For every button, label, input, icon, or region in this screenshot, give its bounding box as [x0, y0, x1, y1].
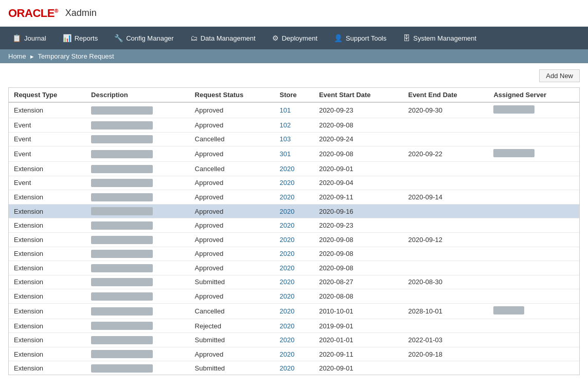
breadcrumb: Home ► Temporary Store Request	[0, 49, 588, 63]
server-redacted	[493, 149, 534, 157]
nav-item-journal[interactable]: 📋 Journal	[4, 27, 55, 49]
cell-event-start: 2020-09-24	[314, 132, 403, 146]
nav-item-config-manager[interactable]: 🔧 Config Manager	[106, 27, 182, 49]
cell-event-end: 2020-09-22	[403, 146, 488, 162]
col-store: Store	[275, 88, 314, 102]
cell-event-end	[403, 132, 488, 146]
table-container[interactable]: Request Type Description Request Status …	[8, 87, 580, 375]
cell-description	[86, 232, 189, 247]
add-new-button[interactable]: Add New	[539, 69, 580, 82]
cell-status: Approved	[190, 118, 275, 133]
description-redacted	[91, 336, 153, 344]
cell-event-start: 2020-09-08	[314, 247, 403, 261]
reports-icon: 📊	[63, 34, 72, 42]
cell-store[interactable]: 102	[275, 118, 314, 133]
cell-store[interactable]: 2020	[275, 218, 314, 233]
cell-store[interactable]: 103	[275, 132, 314, 146]
nav-bar: 📋 Journal 📊 Reports 🔧 Config Manager 🗂 D…	[0, 27, 588, 49]
main-content: Add New Request Type Description Request…	[0, 63, 588, 381]
breadcrumb-separator: ►	[29, 53, 35, 60]
table-row[interactable]: ExtensionSubmitted20202020-08-272020-08-…	[9, 275, 579, 289]
table-row[interactable]: EventApproved20202020-09-04	[9, 176, 579, 190]
table-row[interactable]: ExtensionRejected20202019-09-01	[9, 319, 579, 333]
cell-status: Submitted	[190, 333, 275, 347]
col-request-type: Request Type	[9, 88, 86, 102]
cell-event-start: 2020-09-04	[314, 176, 403, 190]
table-row[interactable]: EventCancelled1032020-09-24	[9, 132, 579, 146]
table-row[interactable]: ExtensionApproved20202020-09-112020-09-1…	[9, 347, 579, 361]
cell-request-type: Extension	[9, 261, 86, 275]
cell-status: Approved	[190, 204, 275, 218]
cell-status: Submitted	[190, 361, 275, 375]
cell-store[interactable]: 2020	[275, 275, 314, 289]
cell-assigned-server	[488, 162, 579, 176]
table-row[interactable]: EventApproved3012020-09-082020-09-22	[9, 146, 579, 162]
cell-event-end	[403, 247, 488, 261]
cell-event-start: 2010-10-01	[314, 303, 403, 319]
table-row[interactable]: ExtensionCancelled20202020-09-01	[9, 162, 579, 176]
description-redacted	[91, 236, 153, 244]
cell-store[interactable]: 2020	[275, 176, 314, 190]
table-row[interactable]: ExtensionApproved20202020-09-08	[9, 261, 579, 275]
cell-assigned-server	[488, 176, 579, 190]
cell-store[interactable]: 2020	[275, 190, 314, 205]
data-table: Request Type Description Request Status …	[9, 88, 579, 375]
cell-description	[86, 190, 189, 205]
cell-request-type: Extension	[9, 361, 86, 375]
cell-store[interactable]: 301	[275, 146, 314, 162]
nav-item-deployment[interactable]: ⚙ Deployment	[264, 27, 326, 49]
cell-assigned-server	[488, 333, 579, 347]
cell-request-type: Extension	[9, 303, 86, 319]
table-row[interactable]: ExtensionSubmitted20202020-01-012022-01-…	[9, 333, 579, 347]
nav-label-config: Config Manager	[126, 34, 174, 42]
cell-store[interactable]: 2020	[275, 361, 314, 375]
nav-item-support-tools[interactable]: 👤 Support Tools	[326, 27, 395, 49]
cell-store[interactable]: 2020	[275, 289, 314, 304]
cell-description	[86, 218, 189, 233]
table-row[interactable]: ExtensionApproved20202020-09-112020-09-1…	[9, 190, 579, 205]
cell-request-type: Extension	[9, 162, 86, 176]
app-header: ORACLE® Xadmin	[0, 0, 588, 27]
cell-status: Submitted	[190, 275, 275, 289]
cell-store[interactable]: 2020	[275, 347, 314, 361]
nav-item-data-management[interactable]: 🗂 Data Management	[182, 27, 264, 49]
cell-status: Approved	[190, 176, 275, 190]
cell-event-start: 2020-08-08	[314, 289, 403, 304]
cell-store[interactable]: 2020	[275, 247, 314, 261]
cell-store[interactable]: 2020	[275, 162, 314, 176]
table-row[interactable]: ExtensionApproved20202020-09-08	[9, 247, 579, 261]
table-row[interactable]: ExtensionApproved20202020-09-082020-09-1…	[9, 232, 579, 247]
nav-item-reports[interactable]: 📊 Reports	[55, 27, 106, 49]
cell-store[interactable]: 2020	[275, 261, 314, 275]
col-description: Description	[86, 88, 189, 102]
cell-store[interactable]: 2020	[275, 232, 314, 247]
table-row[interactable]: ExtensionApproved1012020-09-232020-09-30	[9, 102, 579, 118]
cell-status: Approved	[190, 232, 275, 247]
cell-store[interactable]: 101	[275, 102, 314, 118]
breadcrumb-home[interactable]: Home	[8, 52, 26, 60]
cell-description	[86, 319, 189, 333]
nav-item-system-management[interactable]: 🗄 System Management	[395, 27, 485, 49]
cell-request-type: Extension	[9, 190, 86, 205]
table-row[interactable]: ExtensionApproved20202020-09-23	[9, 218, 579, 233]
col-event-end-date: Event End Date	[403, 88, 488, 102]
table-row[interactable]: ExtensionApproved20202020-08-08	[9, 289, 579, 304]
cell-store[interactable]: 2020	[275, 204, 314, 218]
table-row[interactable]: ExtensionSubmitted20202020-09-01	[9, 361, 579, 375]
cell-event-end	[403, 218, 488, 233]
cell-event-end: 2020-09-18	[403, 347, 488, 361]
cell-event-end	[403, 361, 488, 375]
cell-description	[86, 132, 189, 146]
cell-event-end: 2020-09-30	[403, 102, 488, 118]
table-row[interactable]: EventApproved1022020-09-08	[9, 118, 579, 133]
cell-status: Approved	[190, 261, 275, 275]
cell-description	[86, 289, 189, 304]
table-row[interactable]: ExtensionCancelled20202010-10-012028-10-…	[9, 303, 579, 319]
table-row[interactable]: ExtensionApproved20202020-09-16	[9, 204, 579, 218]
support-tools-icon: 👤	[334, 34, 343, 42]
cell-assigned-server	[488, 247, 579, 261]
cell-store[interactable]: 2020	[275, 319, 314, 333]
cell-store[interactable]: 2020	[275, 303, 314, 319]
cell-store[interactable]: 2020	[275, 333, 314, 347]
toolbar: Add New	[8, 69, 580, 82]
